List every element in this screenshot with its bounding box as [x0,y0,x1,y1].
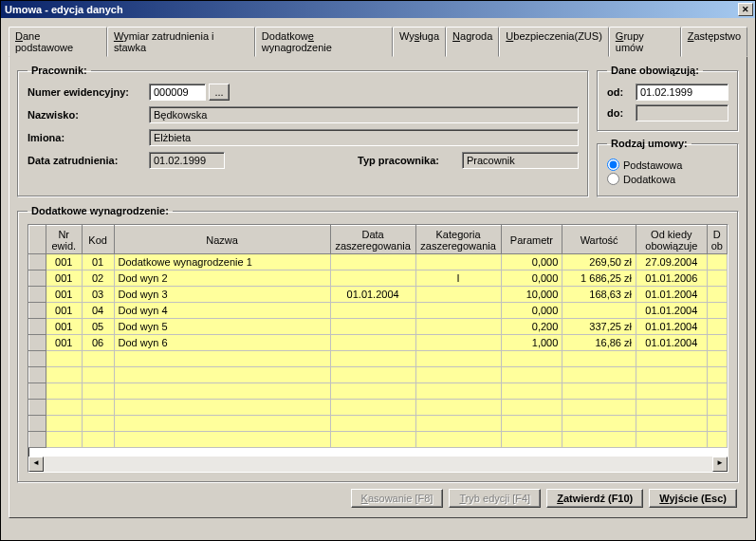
tab-0[interactable]: Dane podstawowe [9,27,107,57]
nazwisko-field: Będkowska [149,106,579,123]
column-header[interactable]: Od kiedyobowiązuje [636,226,707,254]
tab-2[interactable]: Dodatkowe wynagrodzenie [255,27,393,57]
scroll-right-button[interactable]: ► [712,457,728,472]
close-button[interactable]: ✕ [738,3,753,16]
rodzaj-group: Rodzaj umowy: Podstawowa Dodatkowa [597,138,739,197]
tab-4[interactable]: Nagroda [446,27,499,57]
tab-6[interactable]: Grupy umów [609,27,681,57]
footer-buttons: Kasowanie [F8] Tryb edycji [F4] Zatwierd… [17,483,739,510]
column-header[interactable]: Nrewid. [46,226,82,254]
scroll-track[interactable] [44,457,712,472]
radio-podstawowa[interactable]: Podstawowa [607,159,728,171]
table-row[interactable] [29,383,728,400]
tab-5[interactable]: Ubezpieczenia(ZUS) [499,27,609,57]
imiona-field: Elżbieta [149,129,579,146]
tab-7[interactable]: Zastępstwo [681,27,747,57]
data-zatr-field: 01.02.1999 [149,152,225,169]
typ-field: Pracownik [462,152,579,169]
window: Umowa - edycja danych ✕ Dane podstawoweW… [0,0,756,541]
do-label: do: [607,107,636,119]
imiona-label: Imiona: [28,132,149,143]
numer-label: Numer ewidencyjny: [28,86,149,98]
client-area: Dane podstawoweWymiar zatrudnienia i sta… [1,18,755,522]
column-header[interactable]: Dob [707,226,727,254]
od-field[interactable]: 01.02.1999 [636,84,728,101]
tryb-edycji-button[interactable]: Tryb edycji [F4] [449,489,541,508]
table-row[interactable] [29,400,728,416]
table-row[interactable]: 00105Dod wyn 50,200337,25 zł01.01.2004 [29,319,728,335]
tab-strip: Dane podstawoweWymiar zatrudnienia i sta… [9,26,747,56]
wyjscie-button[interactable]: Wyjście (Esc) [649,489,737,508]
grid-legend: Dodatkowe wynagrodzenie: [28,205,173,216]
grid-table-wrap: Nrewid.KodNazwaDatazaszeregowaniaKategor… [28,224,728,473]
tab-3[interactable]: Wysługa [393,27,446,57]
numer-browse-button[interactable]: ... [209,84,230,101]
table-row[interactable]: 00104Dod wyn 40,00001.01.2004 [29,303,728,319]
column-header[interactable]: Datazaszeregowania [330,226,415,254]
window-title: Umowa - edycja danych [3,4,738,15]
column-header[interactable]: Nazwa [114,226,330,254]
column-header[interactable]: Kod [82,226,114,254]
table-row[interactable]: 00103Dod wyn 301.01.200410,000168,63 zł0… [29,287,728,303]
column-header[interactable]: Parametr [501,226,562,254]
typ-label: Typ pracownika: [358,155,462,166]
table-row[interactable] [29,351,728,367]
table-row[interactable]: 00106Dod wyn 61,00016,86 zł01.01.2004 [29,335,728,351]
grid-group: Dodatkowe wynagrodzenie: Nrewid.KodNazwa… [17,205,739,483]
od-label: od: [607,86,636,98]
numer-field[interactable]: 000009 [149,84,206,101]
radio-dodatkowa[interactable]: Dodatkowa [607,173,728,185]
kasowanie-button[interactable]: Kasowanie [F8] [351,489,444,508]
grid-hscroll[interactable]: ◄ ► [28,457,728,472]
rodzaj-legend: Rodzaj umowy: [607,138,691,149]
pracownik-legend: Pracownik: [28,65,91,76]
tab-1[interactable]: Wymiar zatrudnienia i stawka [107,27,255,57]
grid-table[interactable]: Nrewid.KodNazwaDatazaszeregowaniaKategor… [28,225,728,448]
nazwisko-label: Nazwisko: [28,109,149,121]
dane-obow-group: Dane obowiązują: od: 01.02.1999 do: [597,65,739,132]
pracownik-group: Pracownik: Numer ewidencyjny: 000009 ...… [17,65,589,197]
do-field [636,104,728,121]
table-row[interactable] [29,432,728,448]
table-row[interactable] [29,416,728,432]
column-header[interactable]: Wartość [562,226,636,254]
column-header[interactable]: Kategoriazaszeregowania [415,226,501,254]
table-row[interactable]: 00102Dod wyn 2I0,0001 686,25 zł01.01.200… [29,270,728,287]
scroll-left-button[interactable]: ◄ [28,457,44,472]
titlebar[interactable]: Umowa - edycja danych ✕ [1,1,755,18]
tab-body: Pracownik: Numer ewidencyjny: 000009 ...… [9,56,747,518]
data-zatr-label: Data zatrudnienia: [28,155,149,166]
table-row[interactable] [29,367,728,383]
dane-obow-legend: Dane obowiązują: [607,65,703,76]
zatwierdz-button[interactable]: Zatwierdź (F10) [546,489,643,508]
table-row[interactable]: 00101Dodatkowe wynagrodzenie 10,000269,5… [29,254,728,270]
column-header[interactable] [29,226,46,254]
